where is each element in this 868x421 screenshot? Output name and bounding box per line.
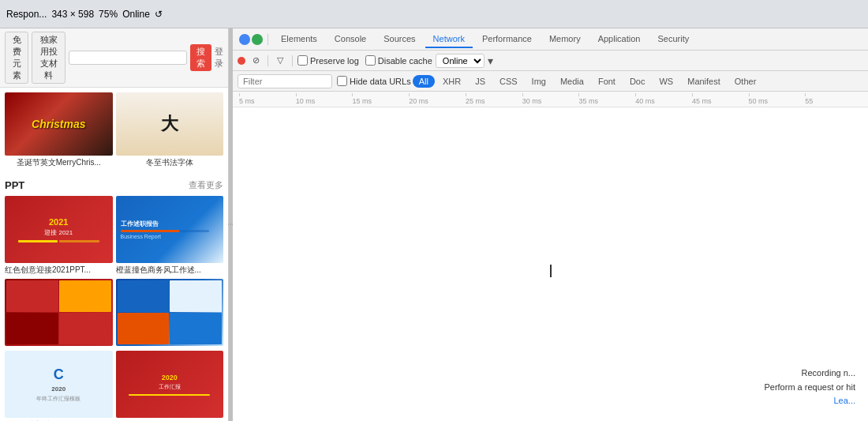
devtools-icon-2[interactable] — [252, 34, 263, 45]
preserve-log-checkbox[interactable] — [297, 55, 308, 66]
search-input[interactable] — [69, 51, 187, 65]
christmas-caption: 圣诞节英文MerryChris... — [5, 157, 113, 168]
ruler-mark-45ms: 45 ms — [692, 93, 749, 105]
ppt-caption-2: 橙蓝撞色商务风工作述... — [116, 265, 224, 276]
christmas-section: Christmas 圣诞节英文MerryChris... 大 冬至书法字体 — [0, 88, 228, 179]
website-toolbar: 免费元素 独家用投支材料 搜索 登录 — [0, 28, 228, 88]
ruler-marks-container: 5 ms 10 ms 15 ms 20 ms 25 ms 30 ms 35 ms… — [233, 93, 868, 105]
christmas-images-row: Christmas 圣诞节英文MerryChris... 大 冬至书法字体 — [5, 92, 223, 171]
filter-tab-media[interactable]: Media — [554, 75, 590, 88]
recording-message: Recording n... Perform a request or hit … — [764, 366, 855, 408]
list-item[interactable]: C 2020 年终工作汇报模板 红色创意迎接2021PPT... — [5, 351, 113, 421]
network-toolbar: ⊘ ▽ Preserve log Disable cache Online ▾ — [233, 51, 868, 71]
ruler-mark-40ms: 40 ms — [635, 93, 692, 105]
size-label: 343 × 598 — [51, 9, 94, 20]
tab-sources[interactable]: Sources — [376, 31, 423, 48]
ruler-mark-25ms: 25 ms — [466, 93, 522, 105]
login-button[interactable]: 登录 — [215, 46, 223, 70]
tab-memory[interactable]: Memory — [541, 31, 589, 48]
calligraphy-caption: 冬至书法字体 — [116, 157, 224, 168]
filter-tab-xhr[interactable]: XHR — [436, 75, 467, 88]
tab-console[interactable]: Console — [327, 31, 374, 48]
ruler-mark-50ms: 50 ms — [749, 93, 806, 105]
filter-tab-js[interactable]: JS — [469, 75, 492, 88]
search-button[interactable]: 搜索 — [190, 44, 211, 71]
list-item[interactable]: 2021 迎接 2021 红色创意迎接2021PPT... — [5, 196, 113, 276]
list-item[interactable]: Christmas 圣诞节英文MerryChris... — [5, 92, 113, 171]
ruler-mark-30ms: 30 ms — [522, 93, 579, 105]
calligraphy-thumb[interactable]: 大 — [116, 92, 224, 156]
christmas-img: Christmas — [5, 92, 113, 156]
exclusive-btn[interactable]: 独家用投支材料 — [32, 32, 65, 84]
responsive-label: Respon... — [6, 9, 47, 20]
hide-data-urls-checkbox[interactable] — [337, 76, 347, 86]
hide-data-urls-label[interactable]: Hide data URLs — [337, 76, 411, 86]
recording-line2: Perform a request or hit — [764, 381, 855, 395]
timeline-ruler: 5 ms 10 ms 15 ms 20 ms 25 ms 30 ms 35 ms… — [233, 92, 868, 107]
record-button[interactable] — [238, 57, 245, 65]
toolbar-separator-1 — [268, 55, 268, 66]
zoom-label: 75% — [99, 9, 118, 20]
ppt-thumb-bluebiz[interactable]: 工作述职报告 Business Report — [116, 196, 224, 263]
tab-elements[interactable]: Elements — [273, 31, 325, 48]
filter-tab-img[interactable]: Img — [526, 75, 552, 88]
filter-input[interactable] — [238, 74, 332, 88]
ppt-thumb-red2020[interactable]: 2020 工作汇报 — [116, 351, 224, 418]
ppt-more-link[interactable]: 查看更多 — [189, 179, 223, 191]
ppt-caption-1: 红色创意迎接2021PPT... — [5, 265, 113, 276]
list-item[interactable] — [116, 279, 224, 348]
left-panel: 免费元素 独家用投支材料 搜索 登录 Christmas 圣诞节英文MerryC… — [0, 28, 229, 421]
disable-cache-label[interactable]: Disable cache — [365, 55, 432, 66]
calligraphy-img: 大 — [116, 92, 224, 156]
filter-tab-all[interactable]: All — [413, 75, 435, 88]
list-item[interactable]: 大 冬至书法字体 — [116, 92, 224, 171]
refresh-icon[interactable]: ↺ — [155, 9, 163, 20]
ruler-mark-35ms: 35 ms — [578, 93, 635, 105]
clear-button[interactable]: ⊘ — [249, 54, 263, 68]
toolbar-separator-2 — [292, 55, 293, 66]
main-area: 免费元素 独家用投支材料 搜索 登录 Christmas 圣诞节英文MerryC… — [0, 28, 868, 421]
ruler-mark-15ms: 15 ms — [352, 93, 409, 105]
tab-security[interactable]: Security — [649, 31, 697, 48]
ppt-section-header: PPT 查看更多 — [5, 179, 223, 191]
preserve-log-label[interactable]: Preserve log — [297, 55, 359, 66]
filter-tab-font[interactable]: Font — [592, 75, 622, 88]
filter-tab-css[interactable]: CSS — [493, 75, 524, 88]
disable-cache-checkbox[interactable] — [365, 55, 376, 66]
ppt-thumb-red2021b[interactable] — [5, 279, 113, 346]
devtools-tabs-bar: Elements Console Sources Network Perform… — [233, 28, 868, 51]
ruler-mark-20ms: 20 ms — [409, 93, 466, 105]
network-empty-state: Recording n... Perform a request or hit … — [233, 107, 868, 421]
ppt-thumb-red2021[interactable]: 2021 迎接 2021 — [5, 196, 113, 263]
christmas-thumb[interactable]: Christmas — [5, 92, 113, 156]
ppt-thumb-white2020[interactable]: C 2020 年终工作汇报模板 — [5, 351, 113, 418]
filter-tab-ws[interactable]: WS — [653, 75, 679, 88]
throttle-select[interactable]: Online — [436, 54, 485, 68]
tab-application[interactable]: Application — [590, 31, 649, 48]
devtools-icon-1[interactable] — [239, 34, 250, 45]
ruler-mark-5ms: 5 ms — [239, 93, 296, 105]
ruler-mark-10ms: 10 ms — [296, 93, 353, 105]
more-options-icon[interactable]: ▾ — [488, 55, 493, 67]
free-elements-btn[interactable]: 免费元素 — [5, 32, 28, 84]
recording-line1: Recording n... — [764, 366, 855, 381]
online-label: Online — [122, 9, 150, 20]
filter-icon[interactable]: ▽ — [273, 54, 287, 68]
ppt-grid: 2021 迎接 2021 红色创意迎接2021PPT... — [5, 196, 223, 421]
tab-performance[interactable]: Performance — [474, 31, 540, 48]
filter-tab-manifest[interactable]: Manifest — [681, 75, 727, 88]
tab-network[interactable]: Network — [425, 31, 473, 48]
filter-tab-doc[interactable]: Doc — [623, 75, 652, 88]
devtools-panel: Elements Console Sources Network Perform… — [233, 28, 868, 421]
text-cursor — [550, 265, 552, 277]
browser-bar: Respon... 343 × 598 75% Online ↺ — [0, 0, 868, 28]
ppt-thumb-bluebiz2[interactable] — [116, 279, 224, 346]
ruler-mark-55ms: 55 — [805, 93, 862, 105]
ppt-section: PPT 查看更多 2021 迎接 2021 — [0, 179, 228, 421]
list-item[interactable] — [5, 279, 113, 348]
filter-tab-other[interactable]: Other — [728, 75, 763, 88]
list-item[interactable]: 2020 工作汇报 2020汇报 — [116, 351, 224, 421]
network-filter-bar: Hide data URLs All XHR JS CSS Img Media … — [233, 71, 868, 92]
list-item[interactable]: 工作述职报告 Business Report 橙蓝撞色商务风工作述... — [116, 196, 224, 276]
learn-more-link[interactable]: Lea... — [833, 396, 855, 405]
